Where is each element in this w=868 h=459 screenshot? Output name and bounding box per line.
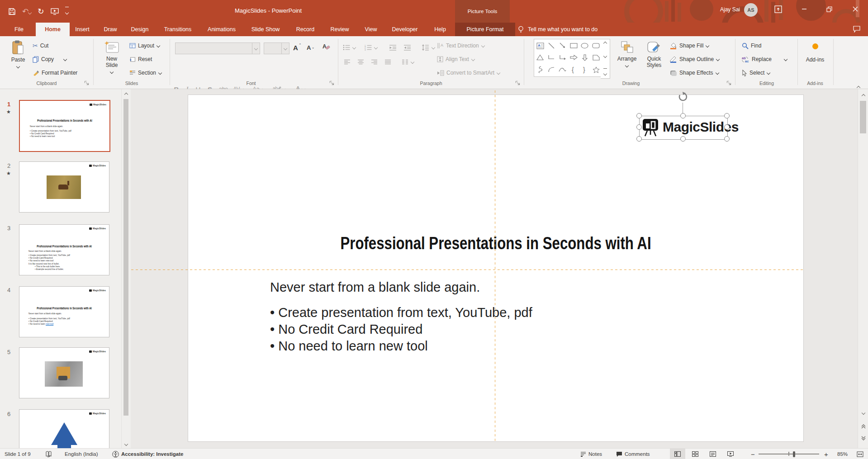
numbering-button[interactable]: 123 <box>365 43 378 52</box>
thumbnail-slide-4[interactable]: MagicSlides Professional Presentations i… <box>19 286 109 337</box>
reading-view-button[interactable] <box>705 449 721 459</box>
thumbnail-slide-3[interactable]: MagicSlides Professional Presentations i… <box>19 224 109 275</box>
rectangle-shape[interactable] <box>570 43 578 49</box>
slide-canvas-area[interactable]: Professional Presentations in Seconds wi… <box>131 89 858 448</box>
star-shape[interactable] <box>593 66 600 73</box>
cut-button[interactable]: ✂ Cut <box>33 41 48 51</box>
tab-view[interactable]: View <box>357 23 384 36</box>
zoom-slider-thumb[interactable] <box>793 451 795 457</box>
left-brace-shape[interactable]: { <box>571 66 576 74</box>
font-size-combobox[interactable] <box>264 43 289 54</box>
reset-button[interactable]: Reset <box>129 54 152 64</box>
language-indicator[interactable]: English (India) <box>65 449 98 459</box>
next-slide-button[interactable] <box>858 434 868 443</box>
convert-to-smartart-button[interactable]: Convert to SmartArt <box>437 68 500 78</box>
resize-handle-sw[interactable] <box>636 136 642 142</box>
slide-sorter-view-button[interactable] <box>688 449 703 459</box>
elbow-connector-shape[interactable] <box>548 54 555 61</box>
avatar[interactable]: AS <box>744 3 758 17</box>
drawing-dialog-launcher[interactable] <box>726 80 732 86</box>
font-name-combobox[interactable] <box>175 43 260 54</box>
gallery-down-icon[interactable] <box>603 55 607 57</box>
tab-file[interactable]: File <box>5 23 33 36</box>
increase-indent-button[interactable] <box>403 43 411 52</box>
resize-handle-s[interactable] <box>680 136 686 142</box>
resize-handle-e[interactable] <box>724 124 730 130</box>
arrow-shape[interactable] <box>559 42 566 49</box>
tab-insert[interactable]: Insert <box>68 23 97 36</box>
tab-draw[interactable]: Draw <box>97 23 124 36</box>
justify-button[interactable] <box>384 57 391 67</box>
ribbon-display-options-icon[interactable] <box>774 5 782 13</box>
zoom-level[interactable]: 85% <box>837 449 848 459</box>
layout-button[interactable]: Layout <box>129 41 160 51</box>
snip-corner-rectangle-shape[interactable] <box>593 54 600 61</box>
arc-shape[interactable] <box>548 66 555 73</box>
restore-button[interactable] <box>819 0 840 18</box>
fit-to-window-button[interactable] <box>857 449 863 459</box>
gallery-more-icon[interactable] <box>603 68 607 77</box>
thumbnail-slide-6[interactable]: MagicSlides <box>19 409 109 448</box>
slide-lead-text[interactable]: Never start from a blank slide again. <box>270 280 480 295</box>
undo-icon[interactable]: ↶ <box>22 8 31 15</box>
canvas-scroll-down-icon[interactable] <box>858 408 868 417</box>
tell-me-box[interactable]: Tell me what you want to do <box>518 23 598 36</box>
quick-styles-button[interactable]: Quick Styles <box>641 37 667 86</box>
resize-handle-w[interactable] <box>636 124 642 130</box>
zoom-out-button[interactable]: − <box>751 449 755 459</box>
resize-handle-se[interactable] <box>724 136 730 142</box>
align-center-button[interactable] <box>357 57 364 67</box>
zoom-slider[interactable] <box>759 449 819 459</box>
thumbnail-slide-1[interactable]: MagicSlides Professional Presentations i… <box>19 100 110 152</box>
collapse-ribbon-icon[interactable] <box>857 81 860 90</box>
tab-animations[interactable]: Animations <box>200 23 243 36</box>
thumbnail-slide-5[interactable]: MagicSlides <box>19 347 109 398</box>
tab-slide-show[interactable]: Slide Show <box>244 23 287 36</box>
shape-effects-button[interactable]: Shape Effects <box>669 68 719 78</box>
elbow-arrow-connector-shape[interactable] <box>559 54 566 61</box>
align-text-button[interactable]: Align Text <box>437 54 475 64</box>
tab-developer[interactable]: Developer <box>384 23 425 36</box>
accessibility-status[interactable]: Accessibility: Investigate <box>121 449 183 459</box>
tab-design[interactable]: Design <box>124 23 156 36</box>
user-name[interactable]: Ajay Sai <box>720 6 740 13</box>
decrease-indent-button[interactable] <box>389 43 397 52</box>
minimize-button[interactable] <box>794 0 815 18</box>
thumbnail-panel-scrollbar[interactable] <box>121 89 131 448</box>
shape-gallery-scroll[interactable] <box>601 39 610 79</box>
canvas-scroll-up-icon[interactable] <box>858 90 868 99</box>
spellcheck-icon[interactable] <box>45 449 52 459</box>
slide-editing-surface[interactable]: Professional Presentations in Seconds wi… <box>188 95 804 442</box>
resize-handle-nw[interactable] <box>636 113 642 118</box>
columns-button[interactable] <box>402 57 414 67</box>
line-spacing-button[interactable] <box>422 43 435 52</box>
clipboard-dialog-launcher[interactable] <box>84 80 90 86</box>
comments-bubble-icon[interactable] <box>853 26 860 33</box>
text-box-shape[interactable]: A <box>536 43 544 49</box>
slide-indicator[interactable]: Slide 1 of 9 <box>5 449 31 459</box>
scribble-shape[interactable] <box>537 66 543 73</box>
shape-fill-button[interactable]: Shape Fill <box>669 41 709 51</box>
clear-formatting-button[interactable]: A <box>322 42 330 52</box>
section-button[interactable]: Section <box>129 68 162 78</box>
rotation-handle-icon[interactable] <box>677 92 689 103</box>
thumbnail-slide-2[interactable]: MagicSlides <box>19 161 109 213</box>
tab-help[interactable]: Help <box>427 23 453 36</box>
right-brace-shape[interactable]: } <box>583 66 587 74</box>
zoom-in-button[interactable]: + <box>824 449 828 459</box>
resize-handle-n[interactable] <box>680 113 686 118</box>
align-right-button[interactable] <box>371 57 378 67</box>
shape-gallery[interactable]: A { } <box>534 39 602 77</box>
rounded-rectangle-shape[interactable] <box>592 43 600 49</box>
down-arrow-shape[interactable] <box>582 54 588 61</box>
close-button[interactable] <box>845 0 866 18</box>
canvas-scrollbar[interactable] <box>858 89 868 448</box>
tab-record[interactable]: Record <box>289 23 322 36</box>
start-slideshow-icon[interactable] <box>51 8 59 15</box>
oval-shape[interactable] <box>581 43 588 49</box>
new-slide-button[interactable]: New Slide <box>99 37 125 86</box>
replace-button[interactable]: abac Replace <box>742 54 787 64</box>
add-ins-button[interactable]: Add-ins <box>800 37 830 86</box>
previous-slide-button[interactable] <box>858 422 868 431</box>
decrease-font-size-button[interactable]: Aˇ <box>307 43 313 52</box>
